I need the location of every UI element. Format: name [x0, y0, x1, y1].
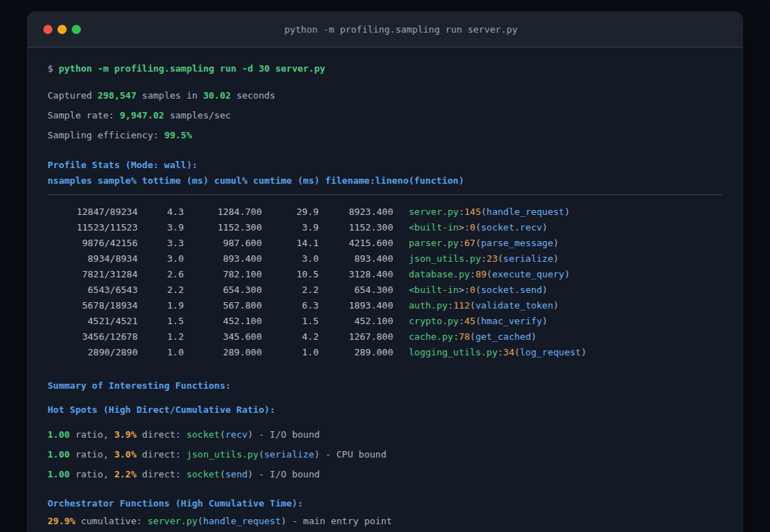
efficiency-value: 99.5%: [164, 130, 192, 140]
direct-pct-value: 3.0%: [114, 449, 136, 460]
paren-close: ): [248, 429, 253, 440]
bound-note: - I/O bound: [253, 429, 320, 440]
sample-pct-value: 1.2: [138, 329, 184, 345]
cumtime-value: 1267.800: [319, 329, 393, 345]
file-reference: logging_utils.py:34(log_request): [409, 347, 586, 358]
cumul-pct-value: 3.9: [262, 220, 319, 235]
profile-stats-heading: Profile Stats (Mode: wall):: [48, 158, 722, 172]
cumtime-value: 8923.400: [319, 204, 393, 220]
nsamples-value: 7821/31284: [48, 267, 138, 282]
cumtime-value: 1893.400: [319, 298, 393, 314]
paren-open: (: [220, 469, 226, 480]
paren-open: (: [197, 516, 203, 526]
function-name: send: [226, 469, 248, 480]
nsamples-value: 5678/18934: [48, 298, 138, 314]
line-number: 34: [503, 347, 515, 358]
cumul-pct-value: 4.2: [262, 329, 319, 345]
cumul-pct-value: 3.0: [262, 251, 319, 267]
command-line: $ python -m profiling.sampling run -d 30…: [48, 62, 722, 76]
shell-prompt: $: [48, 63, 59, 74]
summary-heading: Summary of Interesting Functions:: [48, 379, 722, 393]
captured-line: Captured 298,547 samples in 30.02 second…: [48, 89, 722, 103]
paren-close: ): [281, 516, 287, 526]
line-number: 0: [470, 222, 475, 233]
line-number: 0: [470, 284, 475, 295]
terminal-output: $ python -m profiling.sampling run -d 30…: [28, 48, 742, 532]
ratio-label: ratio,: [70, 429, 114, 440]
file-name: crypto.py: [409, 316, 458, 326]
file-reference: json_utils.py:23(serialize): [409, 253, 559, 264]
target-name: json_utils.py: [187, 449, 259, 460]
colon: :: [448, 300, 453, 311]
efficiency-label: Sampling efficiency:: [48, 130, 164, 140]
paren-open: (: [515, 347, 520, 358]
target-name: socket: [187, 469, 220, 480]
nsamples-value: 12847/89234: [48, 204, 138, 220]
table-row: 4521/45211.5452.1001.5452.100crypto.py:4…: [48, 314, 722, 329]
tottime-value: 345.600: [184, 329, 262, 345]
table-row: 3456/126781.2345.6004.21267.800cache.py:…: [48, 329, 722, 345]
cumtime-value: 654.300: [319, 282, 393, 298]
file-reference: database.py:89(execute_query): [409, 269, 570, 279]
file-name: auth.py: [409, 300, 448, 311]
colon: :: [481, 253, 487, 264]
direct-label: direct:: [136, 469, 186, 480]
hot-spot-item: 1.00 ratio, 2.2% direct: socket(send) - …: [48, 467, 722, 482]
table-row: 2890/28901.0289.0001.0289.000logging_uti…: [48, 345, 722, 360]
tottime-value: 782.100: [184, 267, 262, 282]
maximize-button[interactable]: [72, 25, 81, 34]
cumulative-pct-value: 29.9%: [48, 516, 75, 526]
cumul-pct-value: 29.9: [262, 204, 319, 220]
sample-pct-value: 2.6: [138, 267, 184, 282]
terminal-window: python -m profiling.sampling run server.…: [27, 11, 743, 532]
captured-suffix: seconds: [231, 90, 275, 101]
captured-seconds-value: 30.02: [203, 90, 231, 101]
tottime-value: 452.100: [184, 314, 262, 329]
nsamples-value: 8934/8934: [48, 251, 138, 267]
paren-open: (: [470, 331, 475, 342]
hot-spots-list: 1.00 ratio, 3.9% direct: socket(recv) - …: [48, 428, 722, 482]
cumtime-value: 289.000: [319, 345, 393, 360]
tottime-value: 893.400: [184, 251, 262, 267]
colon: :: [470, 269, 475, 279]
tottime-value: 567.800: [184, 298, 262, 314]
file-reference: parser.py:67(parse_message): [409, 238, 559, 248]
captured-label: Captured: [48, 90, 97, 101]
paren-open: (: [220, 429, 226, 440]
traffic-lights: [43, 25, 81, 34]
paren-open: (: [475, 222, 481, 233]
cumtime-value: 893.400: [319, 251, 393, 267]
sample-pct-value: 4.3: [138, 204, 184, 220]
sample-pct-value: 2.2: [138, 282, 184, 298]
file-name: database.py: [409, 269, 470, 279]
ratio-label: ratio,: [70, 449, 114, 460]
paren-close: ): [542, 284, 548, 295]
paren-close: ): [542, 316, 548, 326]
efficiency-line: Sampling efficiency: 99.5%: [48, 128, 722, 143]
file-name: json_utils.py: [409, 253, 481, 264]
function-name: hmac_verify: [481, 316, 542, 326]
paren-close: ): [564, 206, 570, 217]
colon: :: [497, 347, 503, 358]
direct-label: direct:: [136, 429, 186, 440]
line-number: 67: [464, 238, 475, 248]
sample-pct-value: 3.3: [138, 235, 184, 251]
captured-samples-value: 298,547: [97, 90, 136, 101]
nsamples-value: 11523/11523: [48, 220, 138, 235]
orchestrators-list: 29.9% cumulative: server.py(handle_reque…: [48, 514, 722, 532]
paren-open: (: [481, 206, 487, 217]
function-name: log_request: [520, 347, 581, 358]
minimize-button[interactable]: [57, 25, 67, 34]
shell-command: python -m profiling.sampling run -d 30 s…: [59, 63, 326, 74]
paren-close: ): [531, 331, 537, 342]
bound-note: - I/O bound: [253, 469, 320, 480]
sample-rate-line: Sample rate: 9,947.02 samples/sec: [48, 109, 722, 123]
file-reference: <built-in>:0(socket.recv): [409, 222, 548, 233]
sample-pct-value: 1.5: [138, 314, 184, 329]
ratio-value: 1.00: [48, 429, 70, 440]
nsamples-value: 3456/12678: [48, 329, 138, 345]
close-button[interactable]: [43, 25, 53, 34]
hot-spot-item: 1.00 ratio, 3.0% direct: json_utils.py(s…: [48, 448, 722, 462]
orchestrator-item: 29.9% cumulative: server.py(handle_reque…: [48, 514, 722, 528]
line-number: 45: [464, 316, 475, 326]
